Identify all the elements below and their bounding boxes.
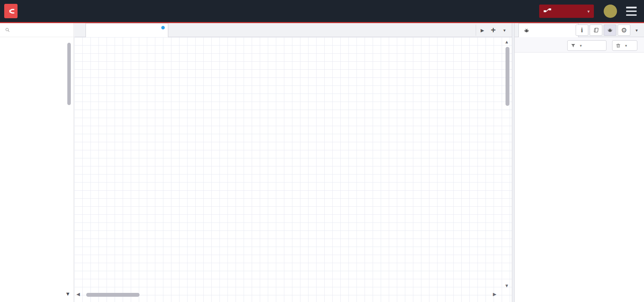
right-sidebar: i ⚙ ▾ ▾ — [515, 23, 644, 302]
flow-canvas[interactable]: ▲ ▼ ◀ ▶ — [74, 37, 512, 302]
book-icon — [592, 27, 599, 33]
search-icon — [5, 27, 10, 33]
tab-debug[interactable] — [518, 23, 578, 37]
palette-scroll-down-icon[interactable]: ▼ — [65, 291, 70, 297]
user-avatar[interactable] — [604, 5, 617, 18]
sidebar-dropdown-button[interactable]: ▾ — [632, 23, 641, 37]
palette-scrollbar-thumb[interactable] — [67, 43, 71, 105]
deploy-caret-icon[interactable]: ▾ — [587, 9, 590, 14]
palette-sidebar: ▼ — [0, 23, 74, 302]
deploy-icon — [543, 8, 551, 15]
help-tab-button[interactable] — [590, 25, 602, 36]
flow-tab-bar: ▶ + ▾ — [74, 23, 512, 37]
debug-filter-button[interactable]: ▾ — [567, 40, 606, 51]
flow-list-dropdown-button[interactable]: ▾ — [500, 23, 509, 37]
debug-clear-button[interactable]: ▾ — [612, 40, 637, 51]
info-tab-button[interactable]: i — [576, 25, 588, 36]
unsaved-changes-dot — [161, 26, 165, 29]
gear-icon: ⚙ — [621, 26, 627, 34]
debug-messages-panel — [515, 53, 644, 302]
canvas-hscroll-thumb[interactable] — [86, 293, 140, 297]
node-red-editor: ▾ ▼ ▶ + ▾ ▲ ▼ — [0, 0, 644, 302]
funnel-icon — [571, 43, 576, 48]
info-icon: i — [581, 26, 583, 34]
canvas-scroll-down-icon[interactable]: ▼ — [504, 283, 509, 288]
header-bar: ▾ — [0, 0, 644, 22]
next-tab-button[interactable]: ▶ — [477, 23, 487, 37]
bug-icon — [607, 27, 613, 33]
debug-tab-button[interactable] — [604, 25, 616, 36]
tabbar-divider — [476, 25, 476, 36]
debug-toolbar: ▾ ▾ — [515, 37, 644, 53]
palette-filter-input[interactable] — [0, 23, 74, 37]
config-tab-button[interactable]: ⚙ — [618, 25, 630, 36]
canvas-scroll-up-icon[interactable]: ▲ — [504, 39, 509, 44]
add-flow-button[interactable]: + — [488, 23, 499, 37]
bug-icon — [524, 28, 529, 33]
workspace: ▶ + ▾ ▲ ▼ ◀ ▶ — [74, 23, 512, 302]
trash-icon — [616, 43, 621, 48]
sidebar-splitter[interactable] — [512, 23, 515, 302]
node-red-logo-icon — [4, 4, 18, 18]
tab-flow-1[interactable] — [86, 23, 168, 37]
canvas-scroll-left-icon[interactable]: ◀ — [76, 291, 80, 297]
canvas-vscroll-thumb[interactable] — [506, 47, 509, 106]
canvas-scroll-right-icon[interactable]: ▶ — [493, 291, 496, 297]
deploy-button[interactable]: ▾ — [539, 5, 594, 18]
hamburger-menu-button[interactable] — [626, 7, 637, 16]
sidebar-header: i ⚙ ▾ — [515, 23, 644, 37]
